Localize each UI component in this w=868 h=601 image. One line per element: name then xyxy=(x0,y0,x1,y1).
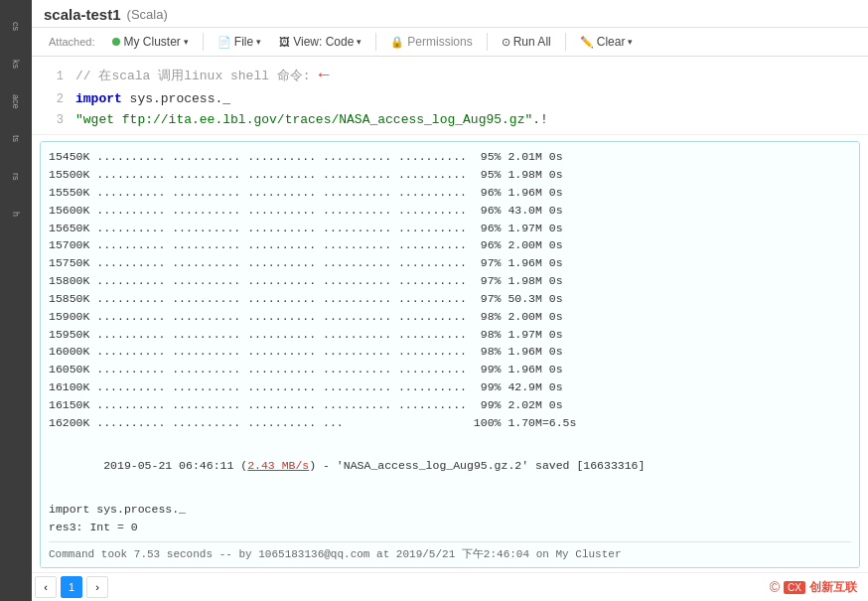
file-icon: 📄 xyxy=(217,36,231,49)
watermark-icon: © xyxy=(770,579,780,595)
separator-2 xyxy=(375,33,376,51)
next-page-btn[interactable]: › xyxy=(86,576,108,598)
file-label: File xyxy=(234,35,253,49)
progress-line: 15600K .......... .......... .......... … xyxy=(49,202,851,220)
progress-line: 15950K .......... .......... .......... … xyxy=(49,326,851,344)
view-chevron-icon: ▾ xyxy=(357,37,362,47)
watermark-text: 创新互联 xyxy=(809,579,857,596)
progress-line: 15700K .......... .......... .......... … xyxy=(49,236,851,254)
sidebar-item-ace[interactable]: ace xyxy=(0,83,32,119)
arrow-annotation: ← xyxy=(319,61,330,89)
clear-button[interactable]: ✏️ Clear ▾ xyxy=(573,32,641,52)
file-chevron-icon: ▾ xyxy=(256,37,261,47)
sidebar-item-rs[interactable]: rs xyxy=(0,159,32,195)
sidebar-item-h[interactable]: h xyxy=(0,197,32,232)
result-line: res3: Int = 0 xyxy=(49,519,851,536)
view-label: View: Code xyxy=(293,35,354,49)
sidebar-item-ts[interactable]: ts xyxy=(0,121,32,157)
pagination-bar: ‹ 1 › © CX 创新互联 xyxy=(32,572,868,601)
page-1-btn[interactable]: 1 xyxy=(61,576,82,598)
progress-line: 15900K .......... .......... .......... … xyxy=(49,308,851,326)
speed-highlight: 2.43 MB/s xyxy=(247,459,309,472)
toolbar: Attached: My Cluster ▾ 📄 File ▾ 🖼 View: … xyxy=(32,28,868,57)
progress-line: 15800K .......... .......... .......... … xyxy=(49,272,851,290)
output-panel: 15450K .......... .......... .......... … xyxy=(40,141,860,568)
code-line-2: 2 import sys.process._ xyxy=(32,89,868,110)
sidebar-item-cs[interactable]: cs xyxy=(0,8,32,44)
saved-line: 2019-05-21 06:46:11 (2.43 MB/s) - 'NASA_… xyxy=(49,439,851,492)
file-menu[interactable]: 📄 File ▾ xyxy=(211,32,268,52)
import-line: import sys.process._ xyxy=(49,501,851,519)
command-status: Command took 7.53 seconds -- by 10651831… xyxy=(49,546,851,563)
title-bar: scala-test1 (Scala) xyxy=(32,0,868,28)
clear-label: Clear xyxy=(597,35,626,49)
code-editor[interactable]: 1 // 在scala 调用linux shell 命令: ← 2 import… xyxy=(32,57,868,135)
progress-line: 16100K .......... .......... .......... … xyxy=(49,378,851,396)
separator-3 xyxy=(487,33,488,51)
progress-line: 15750K .......... .......... .......... … xyxy=(49,254,851,272)
progress-line: 15850K .......... .......... .......... … xyxy=(49,290,851,308)
progress-line: 16150K .......... .......... .......... … xyxy=(49,396,851,414)
lock-icon: 🔒 xyxy=(390,36,404,49)
run-all-button[interactable]: ⊙ Run All xyxy=(495,32,558,52)
saved-section: 2019-05-21 06:46:11 (2.43 MB/s) - 'NASA_… xyxy=(49,439,851,492)
attached-label: Attached: xyxy=(49,36,94,48)
progress-line: 15650K .......... .......... .......... … xyxy=(49,220,851,237)
separator-4 xyxy=(565,33,566,51)
run-all-label: Run All xyxy=(513,35,551,49)
code-line-1: 1 // 在scala 调用linux shell 命令: ← xyxy=(32,61,868,89)
cluster-chevron-icon: ▾ xyxy=(184,37,189,47)
watermark-badge: CX xyxy=(784,581,805,594)
progress-line: 16050K .......... .......... .......... … xyxy=(49,361,851,378)
code-line-3: 3 "wget ftp://ita.ee.lbl.gov/traces/NASA… xyxy=(32,110,868,131)
progress-line: 16000K .......... .......... .......... … xyxy=(49,343,851,361)
sidebar: cs ks ace ts rs h xyxy=(0,0,32,601)
attached-indicator: Attached: xyxy=(42,33,101,51)
separator-1 xyxy=(203,33,204,51)
sidebar-item-ks[interactable]: ks xyxy=(0,46,32,81)
view-icon: 🖼 xyxy=(279,36,290,48)
run-icon: ⊙ xyxy=(502,36,510,49)
permissions-button[interactable]: 🔒 Permissions xyxy=(383,32,479,52)
progress-line: 15500K .......... .......... .......... … xyxy=(49,166,851,184)
cluster-selector[interactable]: My Cluster ▾ xyxy=(105,32,195,52)
progress-line: 16200K .......... .......... .......... … xyxy=(49,414,851,432)
clear-icon: ✏️ xyxy=(580,36,594,49)
cluster-label: My Cluster xyxy=(123,35,180,49)
progress-output: 15450K .......... .......... .......... … xyxy=(49,148,851,431)
view-menu[interactable]: 🖼 View: Code ▾ xyxy=(272,32,368,52)
progress-line: 15550K .......... .......... .......... … xyxy=(49,184,851,202)
prev-page-btn[interactable]: ‹ xyxy=(35,576,57,598)
cluster-status-dot xyxy=(112,38,120,46)
main-content: scala-test1 (Scala) Attached: My Cluster… xyxy=(32,0,868,601)
status-section: Command took 7.53 seconds -- by 10651831… xyxy=(49,541,851,563)
notebook-lang: (Scala) xyxy=(127,7,168,22)
clear-chevron-icon: ▾ xyxy=(628,37,633,47)
progress-line: 15450K .......... .......... .......... … xyxy=(49,148,851,166)
import-section: import sys.process._ res3: Int = 0 xyxy=(49,501,851,536)
permissions-label: Permissions xyxy=(407,35,472,49)
notebook-title: scala-test1 xyxy=(44,6,121,23)
